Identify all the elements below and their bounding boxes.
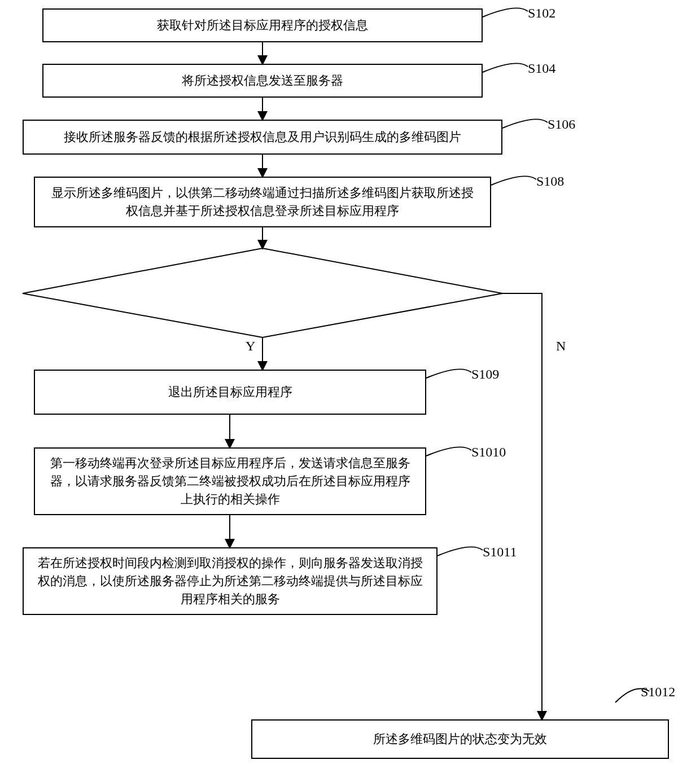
step-s1012: 所述多维码图片的状态变为无效 <box>251 719 669 759</box>
step-text: 退出所述目标应用程序 <box>168 383 292 401</box>
step-s108: 显示所述多维码图片，以供第二移动终端通过扫描所述多维码图片获取所述授权信息并基于… <box>34 177 491 227</box>
branch-no: N <box>556 339 566 354</box>
step-s102: 获取针对所述目标应用程序的授权信息 <box>42 8 483 42</box>
step-s106: 接收所述服务器反馈的根据所述授权信息及用户识别码生成的多维码图片 <box>23 120 502 155</box>
branch-yes: Y <box>246 339 255 354</box>
step-s104: 将所述授权信息发送至服务器 <box>42 64 483 98</box>
label-s1012: S1012 <box>641 684 675 700</box>
label-s102: S102 <box>528 6 555 21</box>
decision-line3: 被授权成功的第一通知消息 <box>62 301 463 319</box>
label-s104: S104 <box>528 61 555 76</box>
label-s1011: S1011 <box>483 544 517 560</box>
step-text: 显示所述多维码图片，以供第二移动终端通过扫描所述多维码图片获取所述授权信息并基于… <box>46 184 479 220</box>
step-text: 第一移动终端再次登录所述目标应用程序后，发送请求信息至服务器，以请求服务器反馈第… <box>46 454 414 508</box>
decision-line1: 接收到所述服务器反馈的用于通知 <box>62 265 463 283</box>
label-s1010: S1010 <box>471 445 506 460</box>
step-s1010: 第一移动终端再次登录所述目标应用程序后，发送请求信息至服务器，以请求服务器反馈第… <box>34 447 426 515</box>
label-s106: S106 <box>548 117 575 132</box>
decision-text: 接收到所述服务器反馈的用于通知 所述第二移动终端已经基于所述目标应用程序的所述授… <box>62 265 463 319</box>
label-s109: S109 <box>471 367 499 382</box>
step-text: 获取针对所述目标应用程序的授权信息 <box>157 16 368 34</box>
step-text: 将所述授权信息发送至服务器 <box>182 72 343 90</box>
step-text: 所述多维码图片的状态变为无效 <box>373 730 547 748</box>
step-s1011: 若在所述授权时间段内检测到取消授权的操作，则向服务器发送取消授权的消息，以使所述… <box>23 547 438 615</box>
decision-line2: 所述第二移动终端已经基于所述目标应用程序的所述授权信息 <box>62 283 463 301</box>
step-text: 若在所述授权时间段内检测到取消授权的操作，则向服务器发送取消授权的消息，以使所述… <box>35 554 425 608</box>
label-s108: S108 <box>536 174 564 189</box>
step-s109: 退出所述目标应用程序 <box>34 370 426 415</box>
flowchart-canvas: 获取针对所述目标应用程序的授权信息 S102 将所述授权信息发送至服务器 S10… <box>0 0 700 773</box>
step-text: 接收所述服务器反馈的根据所述授权信息及用户识别码生成的多维码图片 <box>64 128 461 146</box>
